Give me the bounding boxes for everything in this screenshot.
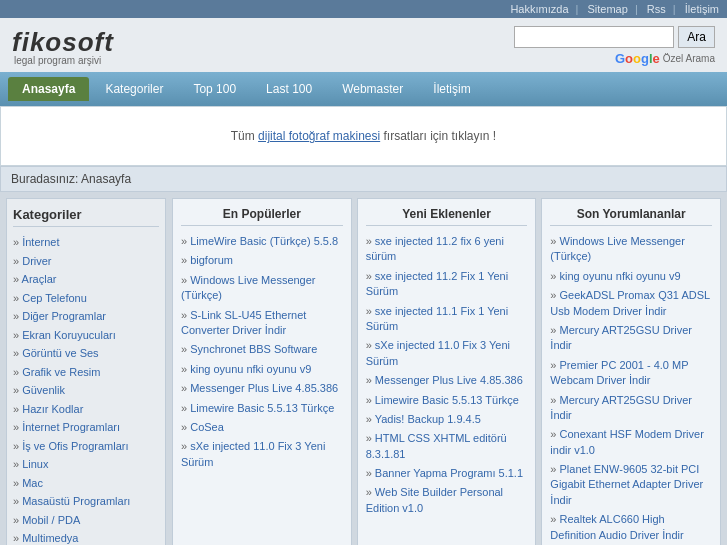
sidebar: Kategoriler İnternetDriverAraçlarCep Tel… <box>6 198 166 545</box>
col-new: Yeni Eklenenler sxe injected 11.2 fix 6 … <box>357 198 537 545</box>
new-link[interactable]: Messenger Plus Live 4.85.386 <box>366 371 528 390</box>
sidebar-item[interactable]: Driver <box>13 252 159 271</box>
header: fikosoft legal program arşivi Ara Google… <box>0 18 727 72</box>
new-link[interactable]: Web Site Builder Personal Edition v1.0 <box>366 483 528 518</box>
comment-link[interactable]: Realtek ALC660 High Definition Audio Dri… <box>550 510 712 545</box>
sep1: | <box>576 3 579 15</box>
popular-link[interactable]: bigforum <box>181 251 343 270</box>
comment-link[interactable]: Conexant HSF Modem Driver indir v1.0 <box>550 425 712 460</box>
nav-last100[interactable]: Last 100 <box>252 77 326 101</box>
sidebar-item[interactable]: Grafik ve Resim <box>13 363 159 382</box>
nav-iletisim[interactable]: İletişim <box>419 77 484 101</box>
col-comments-links: Windows Live Messenger (Türkçe)king oyun… <box>550 232 712 545</box>
sidebar-item[interactable]: Masaüstü Programları <box>13 492 159 511</box>
google-label: Özel Arama <box>663 53 715 64</box>
nav-kategoriler[interactable]: Kategoriler <box>91 77 177 101</box>
iletisim-top-link[interactable]: İletişim <box>685 3 719 15</box>
sidebar-item[interactable]: İnternet Programları <box>13 418 159 437</box>
sidebar-item[interactable]: Araçlar <box>13 270 159 289</box>
sidebar-item[interactable]: Ekran Koruyucuları <box>13 326 159 345</box>
sidebar-item[interactable]: Hazır Kodlar <box>13 400 159 419</box>
banner-suffix: fırsatları için tıklayın ! <box>380 129 496 143</box>
sidebar-item[interactable]: Görüntü ve Ses <box>13 344 159 363</box>
sidebar-item[interactable]: İnternet <box>13 233 159 252</box>
col-popular-links: LimeWire Basic (Türkçe) 5.5.8bigforumWin… <box>181 232 343 472</box>
sep3: | <box>673 3 676 15</box>
col-popular-title: En Popülerler <box>181 207 343 226</box>
banner-text: Tüm dijital fotoğraf makinesi fırsatları… <box>231 129 496 143</box>
rss-link[interactable]: Rss <box>647 3 666 15</box>
popular-link[interactable]: LimeWire Basic (Türkçe) 5.5.8 <box>181 232 343 251</box>
popular-link[interactable]: Limewire Basic 5.5.13 Türkçe <box>181 399 343 418</box>
search-area: Ara Google Özel Arama <box>514 26 715 66</box>
comment-link[interactable]: Mercury ART25GSU Driver İndir <box>550 321 712 356</box>
comment-link[interactable]: Premier PC 2001 - 4.0 MP Webcam Driver İ… <box>550 356 712 391</box>
banner-prefix: Tüm <box>231 129 258 143</box>
breadcrumb: Buradasınız: Anasayfa <box>0 166 727 192</box>
logo: fikosoft legal program arşivi <box>12 27 114 66</box>
banner-area: Tüm dijital fotoğraf makinesi fırsatları… <box>0 106 727 166</box>
comment-link[interactable]: Mercury ART25GSU Driver İndir <box>550 391 712 426</box>
hakkimizda-link[interactable]: Hakkımızda <box>510 3 568 15</box>
sidebar-title: Kategoriler <box>13 207 159 227</box>
col-popular: En Popülerler LimeWire Basic (Türkçe) 5.… <box>172 198 352 545</box>
comment-link[interactable]: Windows Live Messenger (Türkçe) <box>550 232 712 267</box>
popular-link[interactable]: Windows Live Messenger (Türkçe) <box>181 271 343 306</box>
popular-link[interactable]: Messenger Plus Live 4.85.386 <box>181 379 343 398</box>
col-comments-title: Son Yorumlananlar <box>550 207 712 226</box>
popular-link[interactable]: CoSea <box>181 418 343 437</box>
breadcrumb-label: Buradasınız: <box>11 172 78 186</box>
sidebar-item[interactable]: Mobil / PDA <box>13 511 159 530</box>
google-area: Google Özel Arama <box>615 51 715 66</box>
sidebar-links: İnternetDriverAraçlarCep TelefonuDiğer P… <box>13 233 159 545</box>
new-link[interactable]: Limewire Basic 5.5.13 Türkçe <box>366 391 528 410</box>
comment-link[interactable]: Planet ENW-9605 32-bit PCI Gigabit Ether… <box>550 460 712 510</box>
new-link[interactable]: sxe injected 11.2 fix 6 yeni sürüm <box>366 232 528 267</box>
sitemap-link[interactable]: Sitemap <box>587 3 627 15</box>
nav-webmaster[interactable]: Webmaster <box>328 77 417 101</box>
col-new-links: sxe injected 11.2 fix 6 yeni sürümsxe in… <box>366 232 528 518</box>
sidebar-item[interactable]: Güvenlik <box>13 381 159 400</box>
new-link[interactable]: sXe injected 11.0 Fix 3 Yeni Sürüm <box>366 336 528 371</box>
google-logo: Google <box>615 51 660 66</box>
comment-link[interactable]: GeekADSL Promax Q31 ADSL Usb Modem Drive… <box>550 286 712 321</box>
col-comments: Son Yorumlananlar Windows Live Messenger… <box>541 198 721 545</box>
sidebar-item[interactable]: Linux <box>13 455 159 474</box>
sidebar-item[interactable]: Cep Telefonu <box>13 289 159 308</box>
sidebar-item[interactable]: Diğer Programlar <box>13 307 159 326</box>
nav-top100[interactable]: Top 100 <box>179 77 250 101</box>
breadcrumb-page: Anasayfa <box>81 172 131 186</box>
new-link[interactable]: sxe injected 11.2 Fix 1 Yeni Sürüm <box>366 267 528 302</box>
logo-sub: legal program arşivi <box>14 55 114 66</box>
popular-link[interactable]: sXe injected 11.0 Fix 3 Yeni Sürüm <box>181 437 343 472</box>
sidebar-item[interactable]: İş ve Ofis Programları <box>13 437 159 456</box>
new-link[interactable]: HTML CSS XHTML editörü 8.3.1.81 <box>366 429 528 464</box>
sidebar-item[interactable]: Multimedya <box>13 529 159 545</box>
search-input[interactable] <box>514 26 674 48</box>
nav-anasayfa[interactable]: Anasayfa <box>8 77 89 101</box>
new-link[interactable]: Banner Yapma Programı 5.1.1 <box>366 464 528 483</box>
popular-link[interactable]: Synchronet BBS Software <box>181 340 343 359</box>
sidebar-item[interactable]: Mac <box>13 474 159 493</box>
main-cols: En Popülerler LimeWire Basic (Türkçe) 5.… <box>172 198 721 545</box>
nav: Anasayfa Kategoriler Top 100 Last 100 We… <box>0 72 727 106</box>
content: Kategoriler İnternetDriverAraçlarCep Tel… <box>0 192 727 545</box>
search-row: Ara <box>514 26 715 48</box>
logo-text: fikosoft <box>12 27 114 58</box>
popular-link[interactable]: king oyunu nfki oyunu v9 <box>181 360 343 379</box>
sep2: | <box>635 3 638 15</box>
new-link[interactable]: sxe injected 11.1 Fix 1 Yeni Sürüm <box>366 302 528 337</box>
new-link[interactable]: Yadis! Backup 1.9.4.5 <box>366 410 528 429</box>
popular-link[interactable]: S-Link SL-U45 Ethernet Converter Driver … <box>181 306 343 341</box>
top-bar: Hakkımızda | Sitemap | Rss | İletişim <box>0 0 727 18</box>
banner-link[interactable]: dijital fotoğraf makinesi <box>258 129 380 143</box>
search-button[interactable]: Ara <box>678 26 715 48</box>
top-bar-links: Hakkımızda | Sitemap | Rss | İletişim <box>504 3 719 15</box>
comment-link[interactable]: king oyunu nfki oyunu v9 <box>550 267 712 286</box>
col-new-title: Yeni Eklenenler <box>366 207 528 226</box>
